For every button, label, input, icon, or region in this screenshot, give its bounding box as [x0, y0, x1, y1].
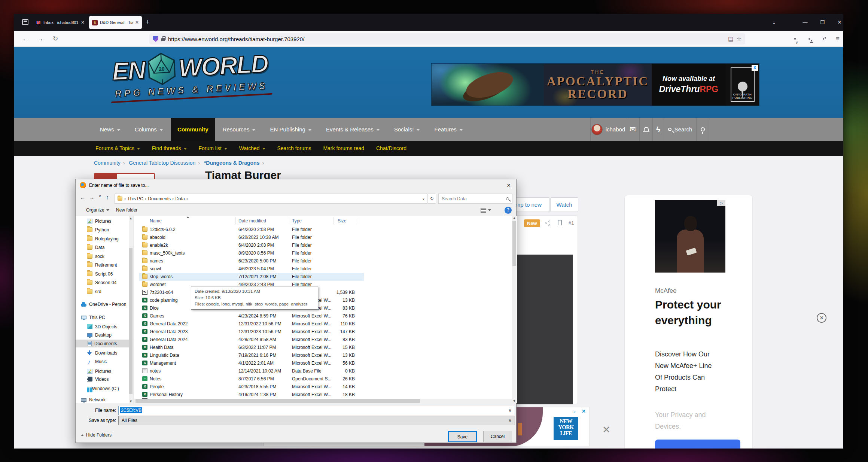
scrollbar-thumb[interactable]: [129, 248, 133, 394]
nav-community[interactable]: Community: [171, 118, 215, 141]
url-text[interactable]: https://www.enworld.org/threads/tiamat-b…: [168, 36, 725, 42]
subnav-watched[interactable]: Watched: [234, 141, 271, 156]
dialog-forward-icon[interactable]: →: [88, 194, 96, 200]
sidebar-item-this-pc[interactable]: This PC: [76, 313, 133, 321]
pocket-icon[interactable]: [789, 34, 801, 44]
scrollbar-thumb[interactable]: [135, 399, 420, 403]
ad-close-circle-icon[interactable]: ✕: [817, 313, 826, 323]
cancel-button[interactable]: Cancel: [483, 431, 512, 442]
adchoices-icon[interactable]: ▷: [717, 200, 725, 206]
crumb-community[interactable]: Community: [94, 160, 121, 166]
scrollbar-thumb[interactable]: [512, 221, 516, 266]
help-icon[interactable]: ?: [505, 207, 512, 214]
sidebar-item-python[interactable]: Python: [76, 226, 133, 234]
file-row[interactable]: 12dicts-6.0.26/4/2020 2:03 PMFile folder: [134, 226, 512, 234]
bookmark-star-icon[interactable]: ☆: [737, 36, 741, 42]
file-row[interactable]: Health Data6/3/2022 11:07 PMMicrosoft Ex…: [134, 344, 512, 352]
sidebar-item-pictures-pinned[interactable]: Pictures: [76, 217, 133, 225]
sidebar-item-videos[interactable]: Videos: [76, 375, 133, 383]
nav-socials[interactable]: Socials!: [388, 118, 427, 141]
file-row[interactable]: Management4/1/2022 2:01 AMMicrosoft Exce…: [134, 359, 512, 367]
post-number[interactable]: #1: [569, 220, 574, 226]
file-row-highlighted[interactable]: stop_words7/12/2021 2:08 PMFile folder: [134, 273, 512, 281]
address-breadcrumb-bar[interactable]: › This PC› Documents› Data› ∨: [115, 194, 427, 204]
tab-gmail[interactable]: M Inbox - ichabod801@gmail.com ✕: [33, 16, 88, 29]
file-row[interactable]: names6/23/2020 5:00 PMFile folder: [134, 257, 512, 265]
close-tab-icon[interactable]: ✕: [135, 20, 139, 25]
tracking-shield-icon[interactable]: [153, 36, 158, 42]
adchoices-icon[interactable]: ▷: [573, 409, 576, 414]
path-this-pc[interactable]: This PC: [127, 196, 143, 201]
dropdown-chevron-icon[interactable]: ∨: [508, 416, 512, 425]
reload-button[interactable]: ↻: [50, 34, 61, 44]
account-menu[interactable]: ichabod: [590, 118, 626, 141]
forward-button[interactable]: →: [35, 34, 46, 44]
nav-en-publishing[interactable]: EN Publishing: [264, 118, 318, 141]
save-button[interactable]: Save: [448, 431, 477, 442]
subnav-forum-list[interactable]: Forum list: [194, 141, 232, 156]
subnav-forums-topics[interactable]: Forums & Topics: [90, 141, 145, 156]
list-tabs-chevron-icon[interactable]: ⌄: [768, 18, 780, 27]
file-row[interactable]: Personal History4/19/2024 1:38 PMMicroso…: [134, 391, 512, 399]
path-documents[interactable]: Documents: [148, 196, 171, 201]
nav-resources[interactable]: Resources: [216, 118, 262, 141]
sidebar-item-3d-objects[interactable]: 3D Objects: [76, 323, 133, 331]
file-row[interactable]: General Data 202312/31/2023 10:56 PMMicr…: [134, 328, 512, 336]
sidebar-item-retirement[interactable]: Retirement: [76, 261, 133, 269]
subnav-find-threads[interactable]: Find threads: [147, 141, 192, 156]
column-date-modified[interactable]: Date modified: [238, 218, 266, 224]
subnav-search-forums[interactable]: Search forums: [272, 141, 316, 156]
new-tab-button[interactable]: +: [146, 18, 150, 26]
back-button[interactable]: ←: [20, 34, 31, 44]
sidebar-item-documents-selected[interactable]: Documents: [76, 340, 133, 347]
organize-button[interactable]: Organize: [86, 207, 109, 213]
url-bar[interactable]: https://www.enworld.org/threads/tiamat-b…: [149, 33, 745, 45]
alerts-button[interactable]: [639, 118, 652, 141]
sidebar-item-network[interactable]: Network: [76, 396, 133, 403]
search-button[interactable]: Search: [664, 118, 696, 141]
dialog-close-icon[interactable]: ✕: [503, 181, 514, 189]
sidebar-item-season04[interactable]: Season 04: [76, 279, 133, 286]
nav-columns[interactable]: Columns: [128, 118, 170, 141]
minimize-button[interactable]: —: [799, 18, 811, 27]
dialog-back-icon[interactable]: ←: [79, 194, 87, 200]
file-row[interactable]: General Data 20244/28/2024 9:58 AMMicros…: [134, 336, 512, 344]
close-tab-icon[interactable]: ✕: [81, 20, 85, 25]
bookmark-icon[interactable]: [558, 220, 562, 225]
reader-view-icon[interactable]: ▤: [728, 36, 733, 42]
share-icon[interactable]: [545, 221, 551, 227]
mcafee-ad-card[interactable]: ▷ McAfee Protect your everything Discove…: [624, 195, 753, 449]
new-folder-button[interactable]: New folder: [116, 207, 137, 213]
sidebar-scrollbar[interactable]: ▲ ▼: [129, 216, 133, 403]
banner-ad-close-icon[interactable]: ✕: [582, 408, 586, 414]
firefox-view-icon[interactable]: [22, 19, 28, 25]
list-scrollbar-vertical[interactable]: ▲ ▼: [512, 216, 517, 403]
column-size[interactable]: Size: [338, 218, 346, 224]
file-name-input[interactable]: 2C5EfcVB ∨: [118, 406, 515, 415]
tab-enworld-active[interactable]: & D&D General - Tiamat Burger | E ✕: [89, 16, 142, 29]
close-window-button[interactable]: ✕: [834, 18, 846, 27]
file-row[interactable]: General Data 202212/31/2022 10:56 PMMicr…: [134, 320, 512, 328]
crumb-dnd[interactable]: *Dungeons & Dragons: [204, 160, 260, 166]
inbox-button[interactable]: ✉: [626, 118, 639, 141]
file-row[interactable]: abacoid6/20/2023 10:38 AMFile folder: [134, 234, 512, 241]
banner-close-icon[interactable]: X: [752, 65, 758, 71]
file-row[interactable]: scowl4/6/2023 5:04 PMFile folder: [134, 265, 512, 273]
sidebar-item-srd[interactable]: srd: [76, 288, 133, 295]
list-scrollbar-horizontal[interactable]: [134, 399, 512, 403]
path-data[interactable]: Data: [175, 196, 185, 201]
crumb-general-tabletop[interactable]: General Tabletop Discussion: [129, 160, 195, 166]
nav-events-releases[interactable]: Events & Releases: [320, 118, 386, 141]
file-row[interactable]: Games4/23/2024 8:59 PMMicrosoft Excel W.…: [134, 312, 512, 320]
theme-button[interactable]: [696, 118, 709, 141]
account-icon[interactable]: [804, 34, 815, 44]
subnav-mark-read[interactable]: Mark forums read: [318, 141, 369, 156]
sidebar-item-music[interactable]: Music: [76, 358, 133, 365]
file-row[interactable]: notes12/14/2021 10:02 AMData Base File0 …: [134, 367, 512, 375]
save-as-type-select[interactable]: All Files ∨: [118, 416, 515, 425]
watch-button[interactable]: Watch: [550, 197, 578, 212]
ad-cta-button[interactable]: [655, 440, 740, 449]
sidebar-item-desktop[interactable]: Desktop: [76, 331, 133, 339]
sidebar-item-windows-c[interactable]: Windows (C:): [76, 385, 133, 392]
file-row[interactable]: Notes8/7/2017 6:56 PMOpenDocument S...26…: [134, 375, 512, 383]
